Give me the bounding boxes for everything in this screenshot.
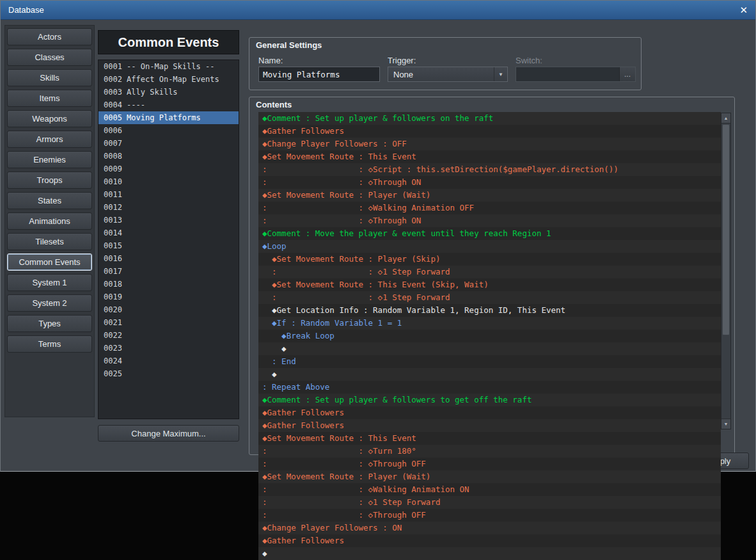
event-command-line[interactable]: : : ◇1 Step Forward xyxy=(258,496,721,509)
event-command-line[interactable]: ◆Set Movement Route : This Event (Skip, … xyxy=(258,278,721,291)
common-event-item-0014[interactable]: 0014 xyxy=(98,227,239,239)
chevron-down-icon: ▼ xyxy=(494,67,507,81)
sidebar-tab-enemies[interactable]: Enemies xyxy=(7,151,92,168)
trigger-dropdown[interactable]: None ▼ xyxy=(388,67,508,82)
common-event-item-0011[interactable]: 0011 xyxy=(98,188,239,201)
event-command-line[interactable]: ◆Comment : Set up player & followers to … xyxy=(258,394,721,406)
event-command-line[interactable]: : Repeat Above xyxy=(258,381,721,394)
common-event-item-0025[interactable]: 0025 xyxy=(98,367,239,380)
event-command-line[interactable]: ◆Change Player Followers : OFF xyxy=(258,138,721,150)
sidebar-tab-terms[interactable]: Terms xyxy=(7,335,92,353)
sidebar-tab-tilesets[interactable]: Tilesets xyxy=(7,233,92,250)
common-events-list[interactable]: 0001 -- On-Map Skills --0002 Affect On-M… xyxy=(98,60,239,419)
common-event-item-0018[interactable]: 0018 xyxy=(98,278,239,291)
event-command-line[interactable]: ◆Set Movement Route : Player (Wait) xyxy=(258,189,721,202)
event-command-line[interactable]: : : ◇Through OFF xyxy=(258,458,721,470)
scroll-up-icon[interactable]: ▲ xyxy=(721,113,730,124)
scroll-down-icon[interactable]: ▼ xyxy=(721,419,730,429)
sidebar-tab-weapons[interactable]: Weapons xyxy=(7,110,92,127)
common-event-item-0013[interactable]: 0013 xyxy=(98,214,239,227)
common-event-item-0022[interactable]: 0022 xyxy=(98,329,239,342)
event-command-line[interactable]: ◆ xyxy=(258,342,721,355)
scrollbar-thumb[interactable] xyxy=(722,124,730,335)
event-command-line[interactable]: ◆Set Movement Route : Player (Wait) xyxy=(258,470,721,483)
common-events-header: Common Events xyxy=(98,30,239,54)
event-command-line[interactable]: : : ◇Through ON xyxy=(258,214,721,227)
event-command-line[interactable]: : : ◇Through ON xyxy=(258,176,721,189)
common-event-item-0016[interactable]: 0016 xyxy=(98,252,239,265)
sidebar-tab-types[interactable]: Types xyxy=(7,315,92,332)
trigger-value: None xyxy=(393,70,413,79)
general-settings-title: General Settings xyxy=(256,40,322,50)
event-command-line[interactable]: : : ◇Through OFF xyxy=(258,509,721,522)
event-command-line[interactable]: : : ◇1 Step Forward xyxy=(258,266,721,278)
common-event-item-0010[interactable]: 0010 xyxy=(98,175,239,188)
event-command-line[interactable]: ◆Set Movement Route : This Event xyxy=(258,432,721,445)
common-event-item-0005[interactable]: 0005 Moving Platforms xyxy=(98,111,239,124)
sidebar-tab-system-1[interactable]: System 1 xyxy=(7,274,92,291)
event-command-list[interactable]: ◆Comment : Set up player & followers on … xyxy=(258,112,721,560)
general-settings-group: General Settings Name: Trigger: None ▼ S… xyxy=(249,37,642,90)
common-event-item-0002[interactable]: 0002 Affect On-Map Events xyxy=(98,73,239,86)
sidebar-tab-system-2[interactable]: System 2 xyxy=(7,294,92,312)
sidebar-tab-skills[interactable]: Skills xyxy=(7,69,92,86)
common-event-item-0019[interactable]: 0019 xyxy=(98,291,239,303)
event-command-line[interactable]: ◆Gather Followers xyxy=(258,406,721,419)
event-command-line[interactable]: ◆If : Random Variable 1 = 1 xyxy=(258,317,721,330)
sidebar-tab-classes[interactable]: Classes xyxy=(7,49,92,66)
event-command-line[interactable]: ◆Comment : Set up player & followers on … xyxy=(258,112,721,125)
common-event-item-0001[interactable]: 0001 -- On-Map Skills -- xyxy=(98,60,239,73)
sidebar-tab-animations[interactable]: Animations xyxy=(7,212,92,230)
common-event-item-0009[interactable]: 0009 xyxy=(98,163,239,175)
name-input[interactable] xyxy=(258,67,380,82)
event-command-line[interactable]: ◆ xyxy=(258,547,721,560)
trigger-label: Trigger: xyxy=(388,56,416,65)
event-command-line[interactable]: ◆Gather Followers xyxy=(258,534,721,547)
common-event-item-0004[interactable]: 0004 ---- xyxy=(98,99,239,111)
sidebar-tab-states[interactable]: States xyxy=(7,192,92,209)
event-command-line[interactable]: : : ◇Walking Animation OFF xyxy=(258,202,721,214)
sidebar-tab-items[interactable]: Items xyxy=(7,90,92,107)
contents-scrollbar[interactable]: ▲ ▼ xyxy=(721,113,731,429)
event-command-line[interactable]: ◆Change Player Followers : ON xyxy=(258,522,721,534)
browse-icon[interactable]: ... xyxy=(619,67,635,81)
common-event-item-0012[interactable]: 0012 xyxy=(98,201,239,214)
event-command-line[interactable]: : : ◇Walking Animation ON xyxy=(258,483,721,496)
name-label: Name: xyxy=(258,56,283,65)
event-command-line[interactable]: ◆Get Location Info : Random Variable 1, … xyxy=(258,304,721,317)
event-command-line[interactable]: : : ◇1 Step Forward xyxy=(258,291,721,304)
event-command-line[interactable]: : End xyxy=(258,355,721,368)
common-event-item-0007[interactable]: 0007 xyxy=(98,137,239,150)
switch-input[interactable]: ... xyxy=(516,67,636,82)
common-event-item-0020[interactable]: 0020 xyxy=(98,303,239,316)
common-event-item-0017[interactable]: 0017 xyxy=(98,265,239,278)
titlebar: Database ✕ xyxy=(1,1,755,20)
event-command-line[interactable]: ◆Loop xyxy=(258,240,721,253)
sidebar-tab-common-events[interactable]: Common Events xyxy=(7,253,92,271)
window-title: Database xyxy=(8,5,44,15)
common-event-item-0008[interactable]: 0008 xyxy=(98,150,239,163)
common-event-item-0021[interactable]: 0021 xyxy=(98,316,239,329)
common-event-item-0015[interactable]: 0015 xyxy=(98,239,239,252)
common-event-item-0023[interactable]: 0023 xyxy=(98,342,239,355)
event-command-line[interactable]: ◆Gather Followers xyxy=(258,419,721,432)
event-command-line[interactable]: ◆Set Movement Route : Player (Skip) xyxy=(258,253,721,266)
screen: Database ✕ ActorsClassesSkillsItemsWeapo… xyxy=(0,0,756,560)
event-command-line[interactable]: : : ◇Turn 180° xyxy=(258,445,721,458)
common-event-item-0006[interactable]: 0006 xyxy=(98,124,239,137)
change-maximum-button[interactable]: Change Maximum... xyxy=(98,425,239,442)
sidebar-tabs: ActorsClassesSkillsItemsWeaponsArmorsEne… xyxy=(4,25,95,417)
event-command-line[interactable]: ◆ xyxy=(258,368,721,381)
close-icon[interactable]: ✕ xyxy=(739,5,748,15)
switch-label: Switch: xyxy=(516,56,542,65)
common-event-item-0024[interactable]: 0024 xyxy=(98,355,239,367)
common-event-item-0003[interactable]: 0003 Ally Skills xyxy=(98,86,239,99)
event-command-line[interactable]: ◆Gather Followers xyxy=(258,125,721,138)
event-command-line[interactable]: ◆Set Movement Route : This Event xyxy=(258,150,721,163)
event-command-line[interactable]: ◆Break Loop xyxy=(258,330,721,342)
sidebar-tab-troops[interactable]: Troops xyxy=(7,172,92,189)
event-command-line[interactable]: : : ◇Script : this.setDirection($gamePla… xyxy=(258,163,721,176)
sidebar-tab-armors[interactable]: Armors xyxy=(7,131,92,148)
event-command-line[interactable]: ◆Comment : Move the player & event until… xyxy=(258,227,721,240)
sidebar-tab-actors[interactable]: Actors xyxy=(7,28,92,45)
